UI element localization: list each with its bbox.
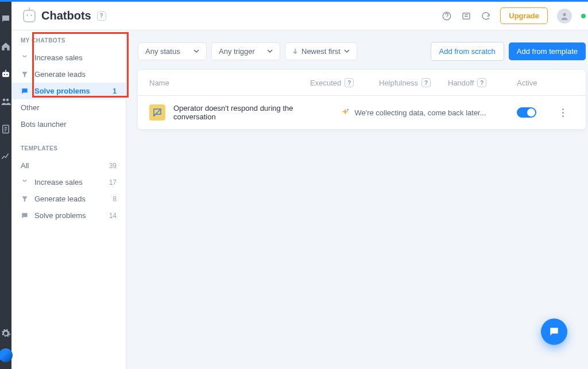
sidebar-template-increase-sales[interactable]: Increase sales 17: [11, 174, 126, 191]
sidebar-item-increase-sales[interactable]: Increase sales: [11, 49, 126, 66]
nav-settings-icon[interactable]: [0, 328, 11, 339]
page-help-icon[interactable]: ?: [97, 11, 106, 21]
sidebar-item-bots-launcher[interactable]: Bots launcher: [11, 116, 126, 133]
add-from-template-button[interactable]: Add from template: [509, 42, 586, 60]
svg-point-9: [563, 13, 566, 15]
refresh-icon[interactable]: [481, 11, 491, 21]
chat-icon: [21, 212, 29, 220]
svg-point-4: [3, 99, 6, 102]
sidebar-item-label: Other: [21, 103, 40, 112]
column-header-executed: Executed: [310, 79, 341, 87]
arrow-down-icon: [292, 47, 298, 56]
user-avatar[interactable]: [557, 9, 572, 24]
brand-logo-icon[interactable]: [0, 348, 13, 362]
sidebar-item-label: All: [21, 161, 29, 170]
active-toggle[interactable]: [517, 107, 536, 118]
sidebar-item-count: 8: [113, 195, 117, 203]
dropdown-label: Newest first: [301, 47, 341, 56]
sidebar-item-count: 1: [113, 87, 117, 95]
sidebar-item-other[interactable]: Other: [11, 99, 126, 116]
nav-home-icon[interactable]: [0, 41, 11, 52]
chat-icon: [21, 87, 29, 95]
bot-avatar-icon: [149, 104, 165, 121]
sidebar-item-count: 14: [109, 212, 117, 220]
svg-point-5: [6, 99, 9, 102]
nav-people-icon[interactable]: [0, 96, 11, 107]
nav-chat-icon[interactable]: [0, 13, 11, 25]
sidebar-item-generate-leads[interactable]: Generate leads: [11, 66, 126, 83]
plant-icon: [21, 178, 29, 187]
svg-point-2: [6, 74, 7, 75]
sidebar-item-label: Solve problems: [34, 211, 86, 220]
column-header-helpfulness: Helpfulness: [379, 79, 418, 87]
nav-analytics-icon[interactable]: [0, 151, 11, 162]
chevron-down-icon: [194, 47, 199, 56]
sidebar-templates-heading: TEMPLATES: [21, 145, 117, 152]
executed-help-icon[interactable]: ?: [345, 78, 354, 87]
sidebar-item-label: Increase sales: [34, 178, 83, 187]
chat-fab-button[interactable]: [541, 318, 567, 345]
sidebar-my-chatbots-heading: MY CHATBOTS: [21, 37, 117, 44]
dropdown-label: Any trigger: [219, 47, 255, 56]
main-panel: Any status Any trigger Newest first: [126, 30, 588, 369]
help-center-icon[interactable]: [442, 11, 452, 21]
online-status-indicator: [581, 14, 586, 18]
news-icon[interactable]: [461, 11, 471, 21]
sidebar-item-label: Generate leads: [34, 70, 86, 79]
sparkle-icon: [341, 108, 350, 117]
helpfulness-help-icon[interactable]: ?: [421, 78, 431, 87]
chevron-down-icon: [344, 47, 350, 56]
header-bar: Chatbots ? Upgrade: [11, 2, 588, 30]
sidebar-template-solve-problems[interactable]: Solve problems 14: [11, 207, 126, 224]
sidebar-template-all[interactable]: All 39: [11, 157, 126, 174]
sidebar-item-label: Bots launcher: [21, 120, 67, 129]
sidebar-item-count: 17: [109, 178, 117, 187]
sidebar-item-count: 39: [109, 162, 117, 170]
filter-trigger-dropdown[interactable]: Any trigger: [211, 42, 280, 60]
funnel-icon: [21, 71, 29, 79]
svg-point-10: [347, 109, 349, 111]
dropdown-label: Any status: [145, 47, 180, 56]
sort-dropdown[interactable]: Newest first: [285, 42, 357, 60]
handoff-help-icon[interactable]: ?: [477, 78, 486, 87]
column-header-handoff: Handoff: [448, 79, 474, 87]
sidebar-item-solve-problems[interactable]: Solve problems 1: [11, 83, 126, 99]
plant-icon: [21, 54, 29, 62]
chatbots-header-icon: [23, 10, 36, 22]
column-header-active: Active: [517, 79, 557, 87]
filter-status-dropdown[interactable]: Any status: [138, 42, 207, 60]
table-row[interactable]: Operator doesn't respond during the conv…: [138, 96, 586, 129]
upgrade-button[interactable]: Upgrade: [500, 7, 548, 24]
add-from-scratch-button[interactable]: Add from scratch: [431, 42, 504, 61]
row-menu-button[interactable]: [557, 107, 568, 118]
column-header-name: Name: [149, 79, 310, 87]
nav-docs-icon[interactable]: [0, 123, 11, 135]
bot-name: Operator doesn't respond during the conv…: [173, 104, 294, 121]
nav-rail: [0, 2, 11, 369]
sidebar-item-label: Solve problems: [34, 87, 90, 95]
sidebar: MY CHATBOTS Increase sales Generate lead…: [11, 30, 126, 369]
chevron-down-icon: [267, 47, 273, 56]
nav-chatbots-icon[interactable]: [0, 68, 11, 80]
svg-rect-0: [2, 72, 9, 77]
collecting-text: We're collecting data, come back later..…: [354, 108, 486, 117]
page-title: Chatbots: [41, 9, 91, 22]
svg-rect-3: [5, 70, 6, 72]
sidebar-item-label: Generate leads: [34, 195, 86, 203]
sidebar-item-label: Increase sales: [34, 53, 83, 62]
sidebar-template-generate-leads[interactable]: Generate leads 8: [11, 191, 126, 207]
funnel-icon: [21, 195, 29, 203]
svg-point-1: [4, 74, 5, 75]
bots-table: Name Executed ? Helpfulness ? Handoff: [138, 70, 586, 129]
